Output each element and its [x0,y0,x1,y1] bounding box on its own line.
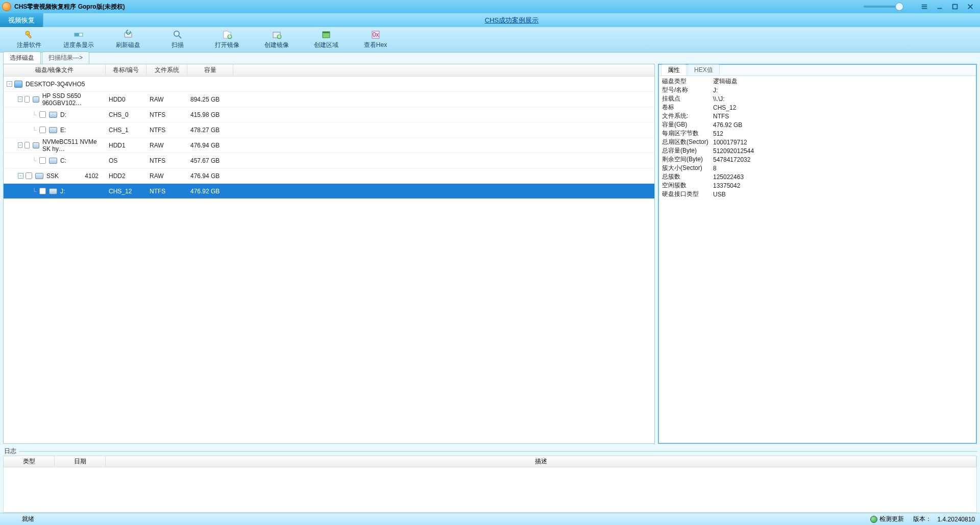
col-volume[interactable]: 卷标/编号 [106,64,146,76]
createregion-icon [321,30,331,40]
toolbar: 注册软件进度条显示刷新磁盘扫描+打开镜像+创建镜像创建区域0x查看Hex [0,27,980,53]
success-cases-link[interactable]: CHS成功案例展示 [485,16,538,25]
disk-icon [49,112,57,118]
register-icon [24,30,34,40]
app-icon [2,2,11,11]
refresh-icon [123,30,133,40]
svg-rect-2 [27,34,31,38]
disk-icon [33,96,39,103]
svg-rect-4 [75,33,79,36]
opacity-slider[interactable] [864,3,910,10]
openimg-icon: + [222,30,232,40]
property-row: 文件系统:NTFS [662,112,973,120]
col-disk[interactable]: 磁盘/镜像文件 [4,64,106,76]
tab-video-recovery[interactable]: 视频恢复 [0,13,43,27]
property-row: 簇大小(Sector)8 [662,164,973,172]
svg-text:+: + [228,33,231,40]
checkbox[interactable] [39,188,46,194]
svg-text:+: + [277,33,281,40]
disk-icon [49,127,57,133]
svg-rect-0 [953,5,958,9]
grid-header: 磁盘/镜像文件 卷标/编号 文件系统 容量 [4,64,654,77]
svg-point-6 [174,31,179,36]
minimize-button[interactable] [932,2,947,12]
property-row: 总扇区数(Sector)1000179712 [662,138,973,146]
disk-row[interactable]: └D:CHS_0NTFS415.98 GB [4,107,654,122]
checkbox[interactable] [39,111,46,118]
log-grid: 类型 日期 描述 [3,456,977,513]
property-row: 容量(GB)476.92 GB [662,120,973,129]
svg-text:0x: 0x [372,31,379,38]
toolbar-scan[interactable]: 扫描 [153,28,202,52]
toolbar-createregion[interactable]: 创建区域 [301,28,351,52]
scan-icon [173,30,183,40]
tab-hex[interactable]: HEX值 [688,64,720,76]
tree-toggle[interactable]: - [18,142,22,148]
disk-row[interactable]: -HP SSD S650 960GBV102…HDD0RAW894.25 GB [4,92,654,107]
maximize-button[interactable] [947,2,963,12]
disk-row[interactable]: -SSK4102HDD2RAW476.94 GB [4,168,654,184]
createimg-icon: + [272,30,282,40]
toolbar-viewhex[interactable]: 0x查看Hex [351,28,400,52]
property-row: 硬盘接口类型USB [662,190,973,198]
toolbar-register[interactable]: 注册软件 [4,28,54,52]
menu-button[interactable] [917,2,932,12]
property-row: 挂载点\\.\J: [662,94,973,103]
tab-scan-results[interactable]: 扫描结果---> [42,52,89,64]
property-row: 每扇区字节数512 [662,129,973,138]
properties-panel: 属性 HEX值 磁盘类型逻辑磁盘型号/名称J:挂载点\\.\J:卷标CHS_12… [658,64,977,444]
disk-row[interactable]: └J:CHS_12NTFS476.92 GB [4,184,654,199]
checkbox[interactable] [24,142,30,148]
svg-line-7 [179,36,181,38]
subtabs: 选择磁盘 扫描结果---> [0,53,980,64]
disk-row[interactable]: -DESKTOP-3Q4VHO5 [4,77,654,92]
log-col-desc[interactable]: 描述 [106,456,976,467]
col-fs[interactable]: 文件系统 [146,64,187,76]
disk-row[interactable]: └E:CHS_1NTFS478.27 GB [4,122,654,138]
log-title: 日志 [3,446,977,456]
status-ready: 就绪 [5,515,51,523]
svg-rect-14 [323,32,330,33]
tab-properties[interactable]: 属性 [661,64,687,76]
toolbar-refresh[interactable]: 刷新磁盘 [103,28,153,52]
disk-icon [49,188,57,194]
toolbar-openimg[interactable]: +打开镜像 [202,28,252,52]
toolbar-progress[interactable]: 进度条显示 [54,28,103,52]
viewhex-icon: 0x [371,30,381,40]
checkbox[interactable] [39,127,46,133]
col-capacity[interactable]: 容量 [187,64,233,76]
disk-icon [35,173,43,179]
disk-row[interactable]: -NVMeBC511 NVMe SK hy…HDD1RAW476.94 GB [4,138,654,153]
globe-icon [870,516,877,523]
disk-icon [33,142,39,148]
property-row: 磁盘类型逻辑磁盘 [662,77,973,86]
status-bar: 就绪 检测更新 版本： 1.4.20240810 [0,513,980,525]
version-label: 版本： [913,515,932,523]
property-row: 空闲簇数13375042 [662,181,973,190]
progress-icon [74,30,84,40]
property-row: 总簇数125022463 [662,172,973,181]
toolbar-createimg[interactable]: +创建镜像 [252,28,301,52]
version-value: 1.4.20240810 [938,516,975,523]
property-row: 卷标CHS_12 [662,103,973,112]
tree-toggle[interactable]: - [18,96,22,102]
disk-tree-panel: 磁盘/镜像文件 卷标/编号 文件系统 容量 -DESKTOP-3Q4VHO5-H… [3,64,655,444]
property-row: 剩余空间(Byte)54784172032 [662,155,973,164]
checkbox[interactable] [24,96,30,103]
disk-icon [49,158,57,164]
disk-row[interactable]: └C:OSNTFS457.67 GB [4,153,654,168]
titlebar: CHS零壹视频恢复程序 Gopro版(未授权) [0,0,980,13]
log-col-date[interactable]: 日期 [55,456,106,467]
tab-select-disk[interactable]: 选择磁盘 [3,52,41,64]
checkbox[interactable] [39,157,46,164]
checkbox[interactable] [26,172,32,179]
tree-toggle[interactable]: - [18,173,23,179]
property-row: 总容量(Byte)512092012544 [662,146,973,155]
menubar: 视频恢复 CHS成功案例展示 [0,13,980,27]
computer-icon [14,81,22,88]
check-update-link[interactable]: 检测更新 [879,515,904,523]
log-col-type[interactable]: 类型 [4,456,55,467]
tree-toggle[interactable]: - [7,81,12,87]
window-title: CHS零壹视频恢复程序 Gopro版(未授权) [14,3,125,11]
close-button[interactable] [963,2,978,12]
